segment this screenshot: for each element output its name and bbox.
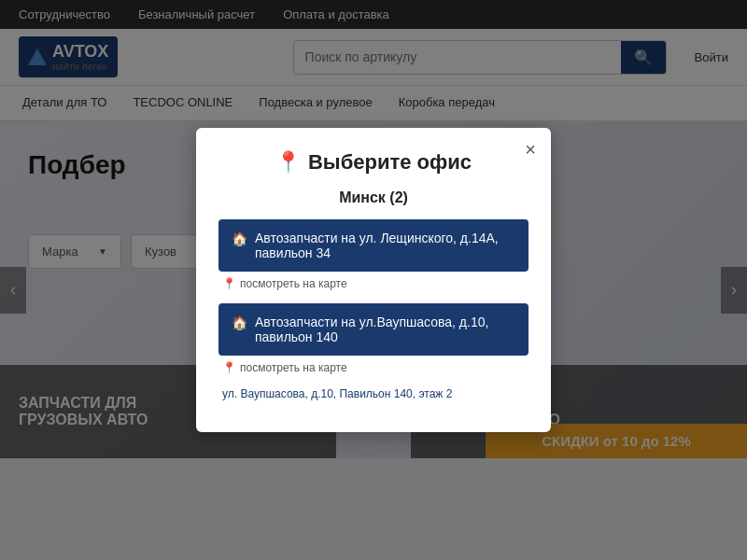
office-modal: × 📍 Выберите офис Минск (2) 🏠 Автозапчас…	[196, 128, 551, 432]
modal-close-button[interactable]: ×	[525, 139, 536, 161]
modal-city: Минск (2)	[218, 189, 529, 206]
house-icon-0: 🏠	[232, 231, 247, 246]
house-icon-1: 🏠	[232, 315, 247, 330]
pin-icon: 📍	[275, 150, 301, 175]
office-card-0[interactable]: 🏠 Автозапчасти на ул. Лещинского, д.14А,…	[218, 219, 529, 272]
pin-small-icon-0: 📍	[222, 277, 236, 290]
pin-small-icon-1: 📍	[222, 361, 236, 374]
modal-overlay: × 📍 Выберите офис Минск (2) 🏠 Автозапчас…	[0, 0, 747, 560]
modal-title: 📍 Выберите офис	[218, 150, 529, 175]
address-detail-1: ул. Ваупшасова, д.10, Павильон 140, этаж…	[218, 387, 529, 400]
office-card-1[interactable]: 🏠 Автозапчасти на ул.Ваупшасова, д.10, п…	[218, 303, 529, 356]
map-link-1[interactable]: 📍 посмотреть на карте	[218, 361, 529, 374]
map-link-0[interactable]: 📍 посмотреть на карте	[218, 277, 529, 290]
